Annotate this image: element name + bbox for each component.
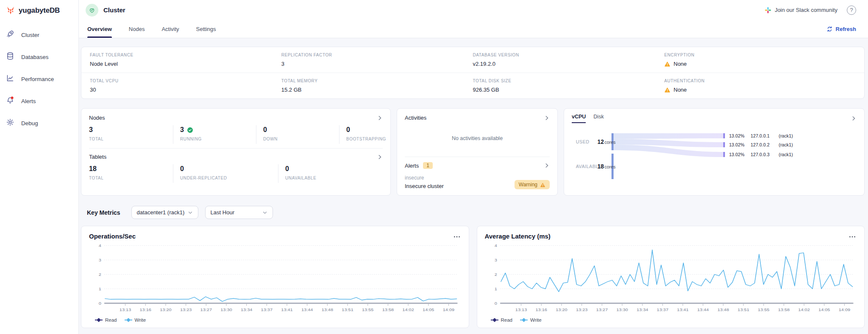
sidebar-item-label: Databases — [21, 54, 49, 60]
tablets-stats: 18TOTAL0UNDER-REPLICATED0UNAVAILABLE — [89, 164, 383, 183]
chevron-down-icon — [188, 210, 193, 215]
info-field-replication-factor: REPLICATION FACTOR3 — [281, 53, 473, 67]
svg-text:14:09: 14:09 — [443, 308, 455, 312]
usage-tab-disk[interactable]: Disk — [593, 114, 604, 123]
vcpu-sankey-chart: 13.02%127.0.0.1(rack1)13.02%127.0.0.2(ra… — [572, 126, 857, 189]
alerts-expand-icon[interactable] — [544, 163, 550, 168]
slack-icon — [765, 7, 771, 14]
svg-text:13:44: 13:44 — [301, 308, 313, 312]
sankey-node-percent: 13.02% — [729, 142, 745, 147]
activities-empty-text: No activities available — [405, 125, 550, 152]
stat-running: 3RUNNING — [173, 125, 256, 144]
svg-text:0: 0 — [99, 301, 101, 306]
sankey-node-rack: (rack1) — [779, 133, 793, 138]
tab-overview[interactable]: Overview — [87, 20, 112, 38]
info-field-total-disk-size: TOTAL DISK SIZE926.35 GB — [473, 79, 665, 93]
svg-text:13:55: 13:55 — [362, 308, 374, 312]
refresh-button[interactable]: Refresh — [826, 20, 856, 38]
activities-expand-icon[interactable] — [544, 115, 550, 121]
svg-text:13:51: 13:51 — [342, 308, 353, 312]
info-field-value: 926.35 GB — [473, 87, 665, 93]
tabs: OverviewNodesActivitySettings — [86, 20, 216, 38]
chevron-down-icon — [262, 210, 267, 215]
nodes-expand-icon[interactable] — [377, 115, 383, 121]
sidebar-item-performance[interactable]: Performance — [0, 68, 78, 90]
alert-description: Insecure cluster — [405, 183, 444, 189]
latency-chart-card: Average Latency (ms) 0123413:1313:1613:2… — [477, 226, 865, 328]
slack-link[interactable]: Join our Slack community — [765, 7, 837, 14]
svg-text:13:41: 13:41 — [677, 308, 689, 312]
sankey-node-percent: 13.02% — [729, 152, 745, 157]
svg-text:13:58: 13:58 — [382, 308, 394, 312]
svg-text:13:37: 13:37 — [657, 308, 668, 312]
alert-row: insecure Insecure cluster Warning — [405, 175, 550, 189]
stat-value: 3 — [180, 126, 256, 134]
key-metrics-title: Key Metrics — [87, 209, 120, 216]
tablets-expand-icon[interactable] — [377, 154, 383, 160]
tab-bar: OverviewNodesActivitySettings Refresh — [79, 20, 868, 38]
sidebar-item-label: Cluster — [21, 32, 39, 38]
alerts-title: Alerts — [405, 163, 419, 169]
tab-settings[interactable]: Settings — [196, 20, 216, 38]
info-field-text: 3 — [281, 61, 284, 67]
time-range-select[interactable]: Last Hour — [205, 206, 273, 219]
help-icon[interactable]: ? — [847, 6, 856, 15]
tab-nodes[interactable]: Nodes — [129, 20, 145, 38]
svg-text:13:20: 13:20 — [160, 308, 172, 312]
stat-label: BOOTSTRAPPING — [346, 137, 386, 141]
svg-text:13:41: 13:41 — [281, 308, 293, 312]
svg-text:13:13: 13:13 — [120, 308, 131, 312]
brand-logo[interactable]: yugabyteDB — [0, 0, 78, 24]
sidebar-item-cluster[interactable]: Cluster — [0, 24, 78, 46]
info-field-value: None — [664, 61, 856, 67]
legend-item-read: Read — [95, 317, 117, 323]
svg-text:13:16: 13:16 — [535, 308, 547, 312]
svg-text:2: 2 — [494, 272, 497, 277]
refresh-label: Refresh — [836, 26, 856, 32]
stat-number: 3 — [180, 126, 184, 134]
svg-text:1: 1 — [494, 287, 497, 291]
usage-tab-vcpu[interactable]: vCPU — [572, 114, 586, 123]
info-row: TOTAL VCPU30TOTAL MEMORY15.2 GBTOTAL DIS… — [81, 73, 864, 98]
charts-row: Operations/Sec 0123413:1313:1613:2013:23… — [81, 226, 865, 328]
alert-name: insecure — [405, 175, 444, 181]
latency-chart-menu-icon[interactable] — [848, 232, 857, 240]
svg-text:13:27: 13:27 — [596, 308, 608, 312]
sidebar-item-databases[interactable]: Databases — [0, 46, 78, 68]
operations-chart-menu-icon[interactable] — [453, 232, 461, 240]
svg-text:14:05: 14:05 — [423, 308, 434, 312]
stat-total: 18TOTAL — [89, 164, 173, 183]
sidebar-item-alerts[interactable]: Alerts — [0, 90, 78, 112]
region-select[interactable]: datacenter1 (rack1) — [131, 206, 198, 219]
usage-expand-icon[interactable] — [851, 115, 857, 121]
sankey-node-ip: 127.0.0.3 — [751, 152, 770, 157]
cluster-info-card: FAULT TOLERANCENode LevelREPLICATION FAC… — [81, 47, 865, 99]
rocket-icon — [6, 30, 14, 40]
stat-label: TOTAL — [89, 137, 173, 141]
stat-value: 0 — [263, 126, 339, 134]
key-metrics-row: Key Metrics datacenter1 (rack1) Last Hou… — [87, 206, 865, 219]
yugabyte-logo-icon — [6, 6, 15, 15]
legend-marker — [491, 318, 498, 322]
app-header: Cluster Join our Slack community ? — [79, 0, 868, 20]
sidebar-item-debug[interactable]: Debug — [0, 112, 78, 134]
bell-icon — [6, 96, 14, 106]
content: FAULT TOLERANCENode LevelREPLICATION FAC… — [79, 38, 868, 334]
activities-alerts-card: Activities No activities available Alert… — [397, 108, 558, 196]
svg-text:13:34: 13:34 — [241, 308, 253, 312]
svg-text:13:55: 13:55 — [758, 308, 770, 312]
used-unit: cores — [604, 140, 616, 145]
nodes-tablets-card: Nodes 3TOTAL3RUNNING0DOWN0BOOTSTRAPPING … — [81, 108, 391, 196]
info-field-database-version: DATABASE VERSIONv2.19.2.0 — [473, 53, 665, 67]
latency-chart-title: Average Latency (ms) — [485, 233, 551, 240]
stat-under-replicated: 0UNDER-REPLICATED — [173, 164, 278, 183]
info-field-authentication: AUTHENTICATIONNone — [664, 79, 856, 93]
stat-number: 0 — [180, 165, 184, 173]
stat-value: 0 — [180, 165, 278, 173]
time-range-select-value: Last Hour — [211, 209, 234, 216]
stat-total: 3TOTAL — [89, 125, 173, 144]
svg-text:13:16: 13:16 — [140, 308, 152, 312]
tab-activity[interactable]: Activity — [161, 20, 179, 38]
used-value: 12 — [598, 138, 604, 145]
svg-text:13:27: 13:27 — [200, 308, 212, 312]
